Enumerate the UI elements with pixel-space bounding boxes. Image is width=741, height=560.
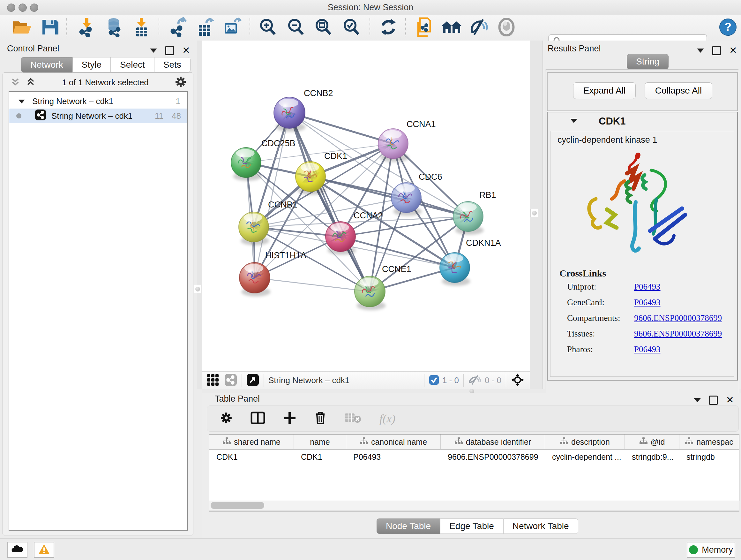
warning-status-button[interactable] <box>34 542 54 558</box>
left-splitter-handle[interactable] <box>194 285 201 293</box>
float-panel-icon[interactable] <box>712 46 721 55</box>
delete-column-icon[interactable] <box>314 411 327 426</box>
protein-header-row[interactable]: CDK1 <box>548 112 737 130</box>
export-network-button[interactable] <box>166 17 191 38</box>
hide-eye-icon <box>469 18 489 37</box>
show-eye-button[interactable] <box>494 17 519 38</box>
export-image-button[interactable] <box>219 17 245 38</box>
crosshair-icon[interactable] <box>511 373 525 388</box>
tab-style[interactable]: Style <box>72 57 111 72</box>
close-panel-icon[interactable]: ✕ <box>182 47 190 54</box>
network-node-CCNE1[interactable]: CCNE1 <box>354 264 411 310</box>
table-gear-icon[interactable] <box>220 412 232 426</box>
float-panel-icon[interactable] <box>709 395 718 405</box>
import-table-icon <box>132 17 150 38</box>
share-view-icon[interactable] <box>224 374 237 388</box>
memory-button[interactable]: Memory <box>687 542 735 558</box>
zoom-fit-button[interactable] <box>311 17 336 38</box>
column-header-namespac[interactable]: namespac <box>679 435 739 449</box>
panel-menu-icon[interactable] <box>694 398 701 402</box>
close-panel-icon[interactable]: ✕ <box>726 396 734 404</box>
clone-network-button[interactable] <box>412 17 437 38</box>
crosslink-value-link[interactable]: P06493 <box>634 345 661 354</box>
crosslink-value-link[interactable]: P06493 <box>634 282 661 292</box>
tab-network-table[interactable]: Network Table <box>503 518 578 534</box>
column-header--id[interactable]: @id <box>625 435 679 449</box>
network-node-CDC25B[interactable]: CDC25B <box>231 138 295 181</box>
string-network-graph[interactable]: CCNB2CCNA1CDC25BCDK1CDC6RB1CCNB1CCNA2CDK… <box>202 41 530 371</box>
crosslink-value-link[interactable]: 9606.ENSP00000378699 <box>634 313 722 323</box>
hscrollbar-thumb[interactable] <box>211 502 264 509</box>
column-header-label: @id <box>651 437 665 447</box>
right-splitter-handle[interactable] <box>530 209 538 217</box>
split-columns-icon[interactable] <box>251 412 265 426</box>
protein-name: CDK1 <box>599 116 625 127</box>
column-header-description[interactable]: description <box>545 435 625 449</box>
zoom-in-button[interactable] <box>255 17 280 38</box>
left-splitter[interactable] <box>197 41 202 389</box>
open-session-button[interactable] <box>10 17 35 38</box>
network-node-CDKN1A[interactable]: CDKN1A <box>440 238 501 286</box>
network-node-RB1[interactable]: RB1 <box>453 190 496 235</box>
tab-sets[interactable]: Sets <box>154 57 191 72</box>
column-header-shared-name[interactable]: shared name <box>209 435 294 449</box>
network-node-CCNB2[interactable]: CCNB2 <box>274 88 333 132</box>
close-panel-icon[interactable]: ✕ <box>729 47 737 54</box>
network-row[interactable]: String Network – cdk1 11 48 <box>9 109 187 123</box>
gear-icon[interactable] <box>175 76 187 89</box>
float-panel-icon[interactable] <box>165 46 174 55</box>
table-row[interactable]: CDK1CDK1P064939606.ENSP00000378699cyclin… <box>209 450 739 464</box>
column-tree-icon <box>455 437 463 447</box>
column-header-canonical-name[interactable]: canonical name <box>346 435 441 449</box>
network-edge-HIST1H1A-CCNE1[interactable] <box>255 278 370 292</box>
network-node-CCNA2[interactable]: CCNA2 <box>326 211 383 255</box>
help-button[interactable]: ? <box>716 17 740 38</box>
tab-string[interactable]: String <box>627 54 669 69</box>
delete-table-icon[interactable] <box>344 412 361 425</box>
hidden-eye-icon[interactable] <box>468 375 482 386</box>
network-edge-CCNB2-CCNE1[interactable] <box>289 113 370 292</box>
application-window: Session: New Session <box>0 0 741 560</box>
network-edge-CDK1-RB1[interactable] <box>311 177 468 216</box>
birdseye-toggle-icon[interactable] <box>246 374 259 388</box>
import-network-file-button[interactable] <box>74 17 99 38</box>
column-header-database-identifier[interactable]: database identifier <box>441 435 545 449</box>
string-share-icon <box>35 109 46 123</box>
import-network-database-button[interactable] <box>102 17 126 38</box>
network-node-CDC6[interactable]: CDC6 <box>391 172 442 216</box>
tab-select[interactable]: Select <box>111 57 154 72</box>
tab-node-table[interactable]: Node Table <box>377 518 440 534</box>
tab-network[interactable]: Network <box>21 57 72 72</box>
add-column-icon[interactable] <box>283 411 296 426</box>
collapse-section-caret-icon[interactable] <box>570 118 578 125</box>
network-node-CCNB1[interactable]: CCNB1 <box>239 200 297 245</box>
session-home-button[interactable] <box>439 17 464 38</box>
network-canvas[interactable]: CCNB2CCNA1CDC25BCDK1CDC6RB1CCNB1CCNA2CDK… <box>202 41 530 371</box>
expand-all-networks-icon[interactable] <box>25 76 36 88</box>
expand-all-button[interactable]: Expand All <box>573 82 636 99</box>
network-node-CCNA1[interactable]: CCNA1 <box>378 119 436 162</box>
current-network-name: String Network – cdk1 <box>268 375 349 385</box>
collapse-all-button[interactable]: Collapse All <box>645 82 712 99</box>
table-hscrollbar[interactable] <box>209 501 739 511</box>
import-table-file-button[interactable] <box>129 17 154 38</box>
export-table-button[interactable] <box>193 17 218 38</box>
grid-view-icon[interactable] <box>206 374 219 388</box>
cloud-status-button[interactable] <box>7 542 27 558</box>
column-header-name[interactable]: name <box>294 435 346 449</box>
apply-layout-button[interactable] <box>376 17 401 38</box>
panel-menu-icon[interactable] <box>150 49 157 53</box>
crosslink-value-link[interactable]: 9606.ENSP00000378699 <box>634 329 722 339</box>
crosslink-value-link[interactable]: P06493 <box>634 298 661 307</box>
network-node-HIST1H1A[interactable]: HIST1H1A <box>239 251 307 297</box>
tree-caret-icon[interactable] <box>18 97 25 106</box>
hide-panels-button[interactable] <box>467 17 491 38</box>
zoom-selected-button[interactable] <box>339 17 364 38</box>
tab-edge-table[interactable]: Edge Table <box>440 518 503 534</box>
selected-checkbox-icon[interactable] <box>429 375 439 386</box>
panel-menu-icon[interactable] <box>697 49 704 53</box>
save-session-button[interactable] <box>38 17 63 38</box>
zoom-out-button[interactable] <box>283 17 308 38</box>
network-collection-row[interactable]: String Network – cdk1 1 <box>9 94 187 109</box>
collapse-all-networks-icon[interactable] <box>10 76 21 88</box>
